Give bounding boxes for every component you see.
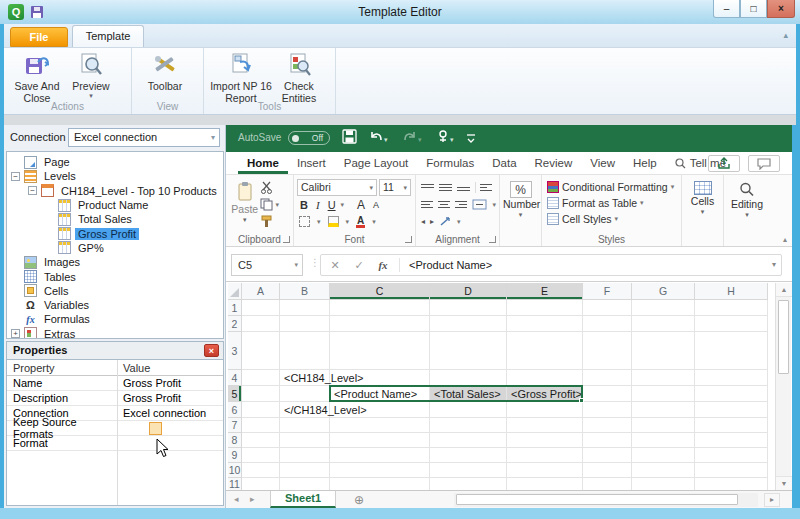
close-button[interactable]: ×: [767, 0, 795, 18]
align-middle-button[interactable]: [439, 182, 452, 193]
row-header-2[interactable]: 2: [228, 316, 242, 332]
maximize-button[interactable]: □: [740, 0, 767, 18]
excel-tab-formulas[interactable]: Formulas: [417, 152, 483, 174]
cell-D5[interactable]: <Total Sales>: [430, 386, 507, 402]
cell-C2[interactable]: [330, 316, 430, 332]
alignment-dialog-launcher[interactable]: [489, 236, 496, 243]
cell-B3[interactable]: [280, 332, 330, 370]
cell-C8[interactable]: [330, 433, 430, 448]
align-right-button[interactable]: [455, 199, 467, 210]
column-header-C[interactable]: C: [330, 283, 430, 300]
cell-E5[interactable]: <Gross Profit>: [507, 386, 583, 402]
format-painter-button[interactable]: [260, 213, 290, 230]
cell-F8[interactable]: [583, 433, 632, 448]
cell-E11[interactable]: [507, 478, 583, 490]
cell-E10[interactable]: [507, 463, 583, 478]
cell-G6[interactable]: [632, 402, 695, 418]
cell-B11[interactable]: [280, 478, 330, 490]
cell-D7[interactable]: [430, 418, 507, 433]
cell-G4[interactable]: [632, 370, 695, 386]
format-as-table-button[interactable]: Format as Table▾: [545, 195, 678, 211]
cell-G3[interactable]: [632, 332, 695, 370]
cell-D4[interactable]: [430, 370, 507, 386]
undo-button[interactable]: ▾: [368, 129, 388, 148]
properties-close-button[interactable]: ×: [204, 344, 219, 357]
row-header-8[interactable]: 8: [228, 433, 242, 448]
cell-G1[interactable]: [632, 300, 695, 316]
property-value[interactable]: [117, 422, 223, 435]
collapse-excel-ribbon-icon[interactable]: ▴: [783, 235, 787, 244]
cell-C7[interactable]: [330, 418, 430, 433]
touch-mode-dropdown-arrow[interactable]: ▾: [450, 136, 454, 143]
vertical-scroll-thumb[interactable]: [778, 300, 789, 374]
underline-dropdown-arrow[interactable]: ▾: [341, 201, 345, 209]
cell-G9[interactable]: [632, 448, 695, 463]
cell-G5[interactable]: [632, 386, 695, 402]
cell-F9[interactable]: [583, 448, 632, 463]
row-header-10[interactable]: 10: [228, 463, 242, 478]
cell-A5[interactable]: [242, 386, 280, 402]
cell-F2[interactable]: [583, 316, 632, 332]
cell-F3[interactable]: [583, 332, 632, 370]
cell-C3[interactable]: [330, 332, 430, 370]
tree-item-gross-profit[interactable]: Gross Profit: [7, 226, 223, 240]
formula-value[interactable]: <Product Name>: [409, 255, 759, 275]
row-header-4[interactable]: 4: [228, 370, 242, 386]
italic-button[interactable]: I: [313, 199, 323, 211]
cell-D6[interactable]: [430, 402, 507, 418]
align-top-button[interactable]: [421, 182, 434, 193]
tree-item-extras[interactable]: +Extras: [7, 327, 223, 339]
tab-file[interactable]: File: [10, 27, 68, 47]
tree-item-tables[interactable]: Tables: [7, 269, 223, 283]
property-value[interactable]: Gross Profit: [117, 377, 223, 389]
name-box[interactable]: C5 ▾: [231, 254, 303, 276]
cell-D9[interactable]: [430, 448, 507, 463]
font-color-button[interactable]: A: [356, 216, 365, 228]
preview-dropdown-arrow[interactable]: ▾: [64, 92, 118, 100]
tree-item-page[interactable]: Page: [7, 155, 223, 169]
tree-expander-icon[interactable]: −: [11, 172, 20, 181]
tree-item-gp-[interactable]: GP%: [7, 241, 223, 255]
cell-A10[interactable]: [242, 463, 280, 478]
cell-E2[interactable]: [507, 316, 583, 332]
sheet-tab-sheet1[interactable]: Sheet1: [270, 491, 336, 508]
import-np16-button[interactable]: Import NP 16 Report: [210, 52, 272, 104]
row-header-5[interactable]: 5: [228, 386, 242, 402]
column-header-D[interactable]: D: [430, 283, 507, 300]
cell-C5[interactable]: <Product Name>: [330, 386, 430, 402]
touch-mode-button[interactable]: ▾: [436, 129, 454, 148]
cell-F11[interactable]: [583, 478, 632, 490]
cell-G10[interactable]: [632, 463, 695, 478]
cell-A1[interactable]: [242, 300, 280, 316]
increase-indent-button[interactable]: ▸: [430, 217, 434, 226]
connection-dropdown[interactable]: Excel connection ▾: [68, 128, 220, 147]
column-header-F[interactable]: F: [583, 283, 632, 300]
tree-item-variables[interactable]: ΩVariables: [7, 298, 223, 312]
cell-E3[interactable]: [507, 332, 583, 370]
cell-B7[interactable]: [280, 418, 330, 433]
cell-H2[interactable]: [695, 316, 768, 332]
autosave-toggle[interactable]: Off: [288, 131, 330, 145]
share-button[interactable]: [708, 155, 740, 172]
tree-item-ch184-level-top-10-products[interactable]: −CH184_Level - Top 10 Products: [7, 184, 223, 198]
cell-F4[interactable]: [583, 370, 632, 386]
cell-E6[interactable]: [507, 402, 583, 418]
tree-item-total-sales[interactable]: Total Sales: [7, 212, 223, 226]
cell-E4[interactable]: [507, 370, 583, 386]
horizontal-scroll-thumb[interactable]: [456, 494, 738, 505]
conditional-formatting-button[interactable]: Conditional Formatting▾: [545, 179, 678, 195]
cell-styles-button[interactable]: Cell Styles▾: [545, 211, 678, 227]
merge-center-arrow[interactable]: ▾: [492, 201, 496, 209]
cell-C1[interactable]: [330, 300, 430, 316]
excel-tab-data[interactable]: Data: [483, 152, 525, 174]
excel-tab-insert[interactable]: Insert: [288, 152, 335, 174]
cell-H9[interactable]: [695, 448, 768, 463]
tree-item-levels[interactable]: −Levels: [7, 169, 223, 183]
sheet-nav-right[interactable]: ▸: [250, 491, 255, 508]
merge-center-button[interactable]: [472, 196, 487, 214]
column-header-E[interactable]: E: [507, 283, 583, 300]
scroll-down-arrow[interactable]: ▼: [776, 476, 792, 490]
insert-function-icon[interactable]: fx: [373, 255, 393, 275]
cell-B9[interactable]: [280, 448, 330, 463]
row-header-11[interactable]: 11: [228, 478, 242, 490]
